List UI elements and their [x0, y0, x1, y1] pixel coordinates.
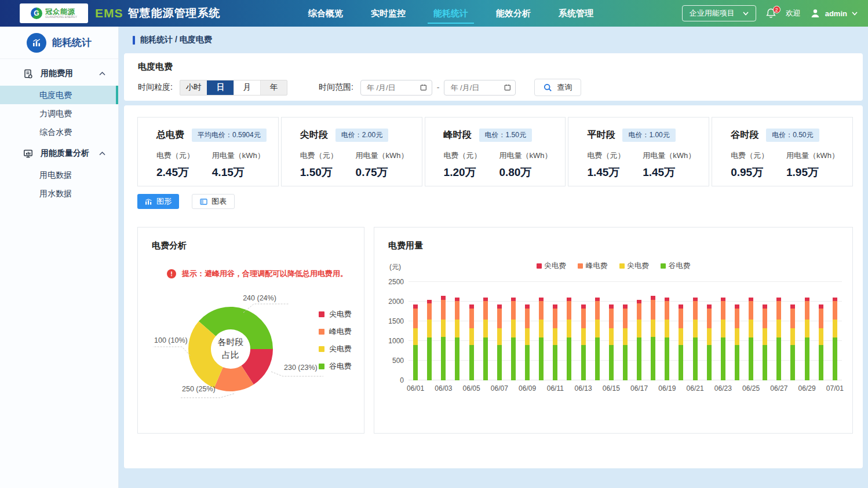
cost-label: 电费（元）	[156, 151, 212, 161]
y-tick-label: 500	[388, 357, 404, 365]
bar-segment-峰电费	[553, 309, 557, 329]
legend-label: 谷电费	[329, 361, 352, 372]
granularity-option-hour[interactable]: 小时	[180, 80, 207, 95]
slice-leader-line	[271, 372, 323, 376]
legend-item-尖电费[interactable]: 尖电费	[319, 344, 352, 354]
sidebar-item-water-data[interactable]: 用水数据	[0, 184, 118, 203]
bar-segment-尖电费	[595, 298, 600, 302]
bar-segment-峰电费	[455, 301, 459, 319]
bar-segment-峰电费	[413, 309, 418, 329]
granularity-option-day[interactable]: 日	[207, 80, 234, 95]
company-logo: G 冠众能源 GUANZHONG ENERGY	[20, 3, 88, 23]
legend-item-尖电费[interactable]: 尖电费	[619, 261, 650, 271]
bar-06/10	[534, 282, 548, 380]
bar-segment-尖电费	[553, 304, 557, 309]
end-date-input[interactable]	[444, 80, 516, 96]
y-tick-label: 1000	[388, 337, 404, 345]
bar-segment-尖电费	[609, 304, 614, 309]
usage-label: 用电量（kWh）	[643, 151, 698, 161]
x-tick-label: 06/13	[575, 384, 592, 392]
search-button[interactable]: 查询	[534, 79, 581, 96]
cost-value: 0.95万	[731, 165, 786, 180]
legend-item-峰电费[interactable]: 峰电费	[319, 326, 352, 337]
bar-segment-尖电费	[441, 296, 446, 300]
granularity-segmented-control: 小时 日 月 年	[180, 80, 287, 96]
legend-item-峰电费[interactable]: 峰电费	[578, 261, 608, 271]
bar-06/30	[814, 282, 828, 380]
fee-usage-card: 电费用量 (元) 尖电费峰电费尖电费谷电费 050010001500200025…	[374, 227, 853, 434]
bar-segment-尖电费	[707, 304, 712, 309]
cost-value: 2.45万	[156, 165, 212, 180]
bar-segment-尖电费	[511, 320, 516, 337]
nav-item-system[interactable]: 系统管理	[557, 6, 595, 21]
sidebar-group-quality-analysis[interactable]: 用能质量分析	[0, 141, 118, 166]
legend-item-谷电费[interactable]: 谷电费	[661, 261, 691, 271]
bar-segment-尖电费	[721, 298, 725, 302]
bar-segment-尖电费	[637, 320, 641, 337]
start-date-field[interactable]	[366, 83, 417, 93]
granularity-label: 时间粒度:	[138, 82, 173, 93]
slice-label-sharp: 230 (23%)	[284, 364, 318, 372]
username: admin	[825, 9, 847, 18]
chevron-up-icon	[99, 152, 105, 156]
bar-chart-icon	[145, 199, 152, 205]
cost-value: 1.45万	[587, 165, 643, 180]
legend-item-尖电费[interactable]: 尖电费	[319, 309, 352, 320]
bar-segment-谷电费	[609, 345, 614, 380]
table-view-button[interactable]: 图表	[192, 194, 235, 209]
bar-segment-尖电费	[539, 320, 544, 337]
bar-segment-峰电费	[707, 309, 712, 329]
legend-item-谷电费[interactable]: 谷电费	[319, 361, 352, 372]
nav-item-realtime[interactable]: 实时监控	[370, 6, 407, 21]
x-tick-label: 06/27	[770, 384, 787, 392]
graph-view-button[interactable]: 图形	[137, 194, 179, 209]
granularity-option-year[interactable]: 年	[260, 80, 287, 95]
donut-center-label: 各时段 占比	[202, 336, 260, 361]
price-badge: 平均电价：0.5904元	[192, 129, 267, 142]
nav-item-efficiency[interactable]: 能效分析	[495, 6, 532, 21]
nav-item-overview[interactable]: 综合概览	[307, 6, 344, 21]
notification-bell[interactable]: 2	[765, 8, 776, 19]
bar-segment-尖电费	[819, 328, 823, 345]
sidebar-item-electricity-data[interactable]: 用电数据	[0, 166, 118, 184]
sidebar-item-water-fee[interactable]: 综合水费	[0, 123, 118, 141]
x-tick-label: 06/09	[519, 384, 536, 392]
brand: G 冠众能源 GUANZHONG ENERGY EMS 智慧能源管理系统	[0, 3, 221, 23]
bar-06/15: 06/15	[604, 282, 618, 380]
bar-segment-峰电费	[735, 309, 739, 329]
sidebar-item-electricity-fee[interactable]: 电度电费	[0, 86, 118, 104]
end-date-field[interactable]	[449, 83, 500, 93]
bar-segment-尖电费	[790, 328, 795, 345]
bar-legend: 尖电费峰电费尖电费谷电费	[388, 261, 838, 271]
bar-segment-峰电费	[805, 301, 809, 319]
tip-text: 提示：避峰用谷，合理调配可以降低总用电费用。	[182, 269, 348, 279]
logo-company-sub: GUANZHONG ENERGY	[45, 15, 77, 19]
start-date-input[interactable]	[360, 80, 432, 96]
bar-segment-尖电费	[790, 304, 795, 309]
bar-06/06	[479, 282, 493, 380]
stat-title: 平时段	[587, 129, 615, 141]
logo-g-icon: G	[31, 8, 42, 19]
bar-segment-谷电费	[581, 345, 586, 380]
legend-item-尖电费[interactable]: 尖电费	[537, 261, 567, 271]
slice-label-peak: 250 (25%)	[182, 385, 216, 393]
sidebar-group-energy-cost[interactable]: 用能费用	[0, 61, 118, 86]
nav-item-energy-stats[interactable]: 能耗统计	[432, 6, 469, 21]
usage-value: 1.95万	[786, 165, 842, 180]
bar-segment-尖电费	[833, 320, 837, 337]
project-select[interactable]: 企业用能项目	[682, 5, 756, 21]
bar-segment-谷电费	[427, 337, 432, 380]
bar-segment-尖电费	[623, 328, 628, 345]
x-tick-label: 06/15	[603, 384, 620, 392]
bar-06/12	[562, 282, 576, 380]
bar-06/08	[506, 282, 520, 380]
user-menu[interactable]: admin	[810, 8, 858, 19]
bar-segment-尖电费	[805, 298, 809, 302]
bar-segment-峰电费	[581, 309, 586, 329]
granularity-option-month[interactable]: 月	[234, 80, 260, 95]
usage-label: 用电量（kWh）	[212, 151, 268, 161]
slice-leader-line	[153, 347, 190, 355]
filter-title: 电度电费	[138, 61, 849, 72]
sidebar-item-power-factor-fee[interactable]: 力调电费	[0, 104, 118, 123]
bar-segment-谷电费	[819, 345, 823, 380]
